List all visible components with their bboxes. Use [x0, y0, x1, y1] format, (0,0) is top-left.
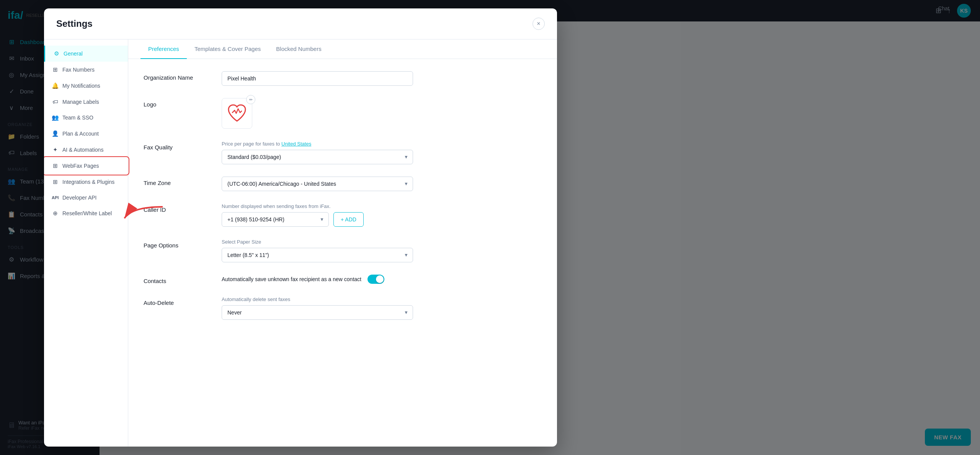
auto-delete-select[interactable]: Never After 30 days After 60 days After … [222, 305, 413, 320]
page-options-field-row: Page Options Select Paper Size Letter (8… [144, 239, 542, 262]
page-options-content: Select Paper Size Letter (8.5" x 11") A4… [222, 239, 542, 262]
notifications-nav-icon: 🔔 [52, 82, 59, 89]
nav-label-webfax-pages: WebFax Pages [62, 163, 99, 169]
tab-blocked-numbers[interactable]: Blocked Numbers [268, 39, 329, 59]
nav-item-general[interactable]: ⚙ General [44, 46, 128, 62]
team-sso-nav-icon: 👥 [52, 114, 59, 121]
timezone-select-wrapper: (UTC-06:00) America/Chicago - United Sta… [222, 177, 413, 191]
auto-delete-field-row: Auto-Delete Automatically delete sent fa… [144, 296, 542, 320]
auto-delete-content: Automatically delete sent faxes Never Af… [222, 296, 542, 320]
caller-id-content: Number displayed when sending faxes from… [222, 203, 542, 227]
fax-quality-field-row: Fax Quality Price per page for faxes to … [144, 141, 542, 164]
nav-item-manage-labels[interactable]: 🏷 Manage Labels [44, 94, 128, 110]
fax-quality-select[interactable]: Standard ($0.03/page) Fine ($0.05/page) … [222, 150, 413, 164]
caller-id-row: +1 (938) 510-9254 (HR) ▼ + ADD [222, 212, 542, 227]
logo-area: ✏ [222, 98, 252, 129]
fax-quality-hint-link[interactable]: United States [281, 141, 311, 147]
timezone-field-row: Time Zone (UTC-06:00) America/Chicago - … [144, 177, 542, 191]
caller-id-select[interactable]: +1 (938) 510-9254 (HR) [222, 212, 329, 227]
org-name-input[interactable] [222, 71, 413, 86]
page-options-select-wrapper: Letter (8.5" x 11") A4 (8.3" x 11.7") Le… [222, 248, 413, 262]
logo-content: ✏ [222, 98, 542, 129]
caller-id-select-wrapper: +1 (938) 510-9254 (HR) ▼ [222, 212, 329, 227]
page-options-select[interactable]: Letter (8.5" x 11") A4 (8.3" x 11.7") Le… [222, 248, 413, 262]
fax-quality-content: Price per page for faxes to United State… [222, 141, 542, 164]
timezone-content: (UTC-06:00) America/Chicago - United Sta… [222, 177, 542, 191]
auto-delete-select-wrapper: Never After 30 days After 60 days After … [222, 305, 413, 320]
ai-automations-nav-icon: ✦ [52, 146, 59, 153]
caller-id-add-button[interactable]: + ADD [333, 212, 364, 227]
nav-item-integrations[interactable]: ⊞ Integrations & Plugins [44, 174, 128, 190]
timezone-select[interactable]: (UTC-06:00) America/Chicago - United Sta… [222, 177, 413, 191]
logo-image [225, 102, 248, 125]
caller-id-field-row: Caller ID Number displayed when sending … [144, 203, 542, 227]
timezone-label: Time Zone [144, 177, 212, 186]
webfax-pages-nav-icon: ⊞ [52, 162, 59, 169]
nav-label-ai-automations: AI & Automations [62, 147, 103, 153]
nav-item-notifications[interactable]: 🔔 My Notifications [44, 78, 128, 94]
modal-close-button[interactable]: × [532, 18, 545, 30]
fax-quality-select-wrapper: Standard ($0.03/page) Fine ($0.05/page) … [222, 150, 413, 164]
auto-delete-label: Auto-Delete [144, 296, 212, 306]
nav-item-ai-automations[interactable]: ✦ AI & Automations [44, 142, 128, 158]
contacts-toggle-row: Automatically save unknown fax recipient… [222, 275, 542, 284]
logo-field-row: Logo ✏ [144, 98, 542, 129]
plan-account-nav-icon: 👤 [52, 130, 59, 137]
annotation-arrow [94, 199, 170, 231]
contacts-toggle-thumb [376, 275, 384, 283]
contacts-toggle-label: Automatically save unknown fax recipient… [222, 276, 361, 282]
tab-preferences[interactable]: Preferences [140, 39, 187, 59]
auto-delete-hint: Automatically delete sent faxes [222, 296, 542, 302]
modal-content-area: Preferences Templates & Cover Pages Bloc… [128, 39, 557, 447]
nav-item-plan-account[interactable]: 👤 Plan & Account [44, 126, 128, 142]
integrations-nav-icon: ⊞ [52, 178, 59, 185]
contacts-content: Automatically save unknown fax recipient… [222, 275, 542, 284]
nav-item-webfax-pages[interactable]: ⊞ WebFax Pages [44, 158, 128, 174]
tab-templates-cover-pages[interactable]: Templates & Cover Pages [187, 39, 268, 59]
nav-label-team-sso: Team & SSO [62, 115, 93, 121]
nav-label-general: General [64, 51, 83, 57]
contacts-toggle[interactable] [368, 275, 384, 284]
nav-item-team-sso[interactable]: 👥 Team & SSO [44, 110, 128, 126]
contacts-field-row: Contacts Automatically save unknown fax … [144, 275, 542, 284]
arrow-svg [94, 199, 170, 230]
tabs-bar: Preferences Templates & Cover Pages Bloc… [128, 39, 557, 59]
general-nav-icon: ⚙ [53, 50, 60, 57]
reseller-nav-icon: ⊕ [52, 210, 59, 217]
settings-form: Organization Name Logo [128, 59, 557, 344]
org-name-label: Organization Name [144, 71, 212, 81]
nav-label-plan-account: Plan & Account [62, 131, 99, 137]
nav-label-notifications: My Notifications [62, 83, 100, 89]
page-options-label: Page Options [144, 239, 212, 249]
nav-label-integrations: Integrations & Plugins [62, 179, 114, 185]
manage-labels-nav-icon: 🏷 [52, 98, 59, 105]
fax-quality-hint: Price per page for faxes to United State… [222, 141, 542, 147]
modal-header: Settings × [44, 8, 557, 39]
nav-label-manage-labels: Manage Labels [62, 99, 99, 105]
caller-id-hint: Number displayed when sending faxes from… [222, 203, 542, 209]
nav-item-fax-numbers[interactable]: ⊞ Fax Numbers [44, 62, 128, 78]
page-options-hint: Select Paper Size [222, 239, 542, 245]
org-name-field-row: Organization Name [144, 71, 542, 86]
modal-sidebar: ⚙ General ⊞ Fax Numbers 🔔 My Notificatio… [44, 39, 128, 447]
nav-label-fax-numbers: Fax Numbers [62, 67, 95, 73]
org-name-content [222, 71, 542, 86]
fax-quality-label: Fax Quality [144, 141, 212, 151]
logo-label: Logo [144, 98, 212, 108]
modal-body: ⚙ General ⊞ Fax Numbers 🔔 My Notificatio… [44, 39, 557, 447]
logo-edit-button[interactable]: ✏ [246, 95, 255, 104]
nav-label-developer-api: Developer API [62, 195, 97, 201]
modal-title: Settings [56, 18, 93, 29]
contacts-label: Contacts [144, 275, 212, 284]
developer-api-nav-icon: API [52, 195, 59, 200]
fax-numbers-nav-icon: ⊞ [52, 66, 59, 73]
